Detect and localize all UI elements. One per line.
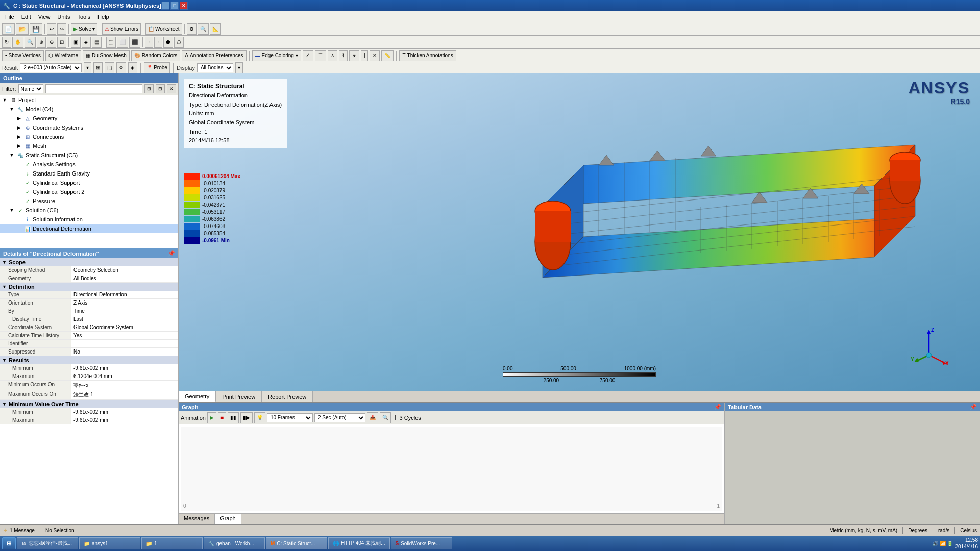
tree-item-std-earth-gravity[interactable]: ↓ Standard Earth Gravity	[0, 169, 178, 178]
details-definition-section[interactable]: ▼ Definition	[0, 283, 178, 291]
taskbar-item-folder1[interactable]: 📁 1	[141, 537, 203, 549]
frames-select[interactable]: 10 Frames	[267, 413, 313, 422]
taskbar-item-geban[interactable]: 🔧 geban - Workb...	[204, 537, 265, 549]
annotation-prefs-button[interactable]: A Annotation Preferences	[182, 50, 246, 61]
vertex-select[interactable]: ⬝	[145, 37, 153, 48]
sol-info-toggle[interactable]	[15, 216, 22, 223]
tree-item-dir-deformation[interactable]: 📊 Directional Deformation	[0, 224, 178, 233]
tree-item-mesh[interactable]: ▶ ▦ Mesh	[0, 141, 178, 151]
dir-def-toggle[interactable]	[15, 225, 22, 232]
cyl2-toggle[interactable]	[15, 188, 22, 195]
tree-item-project[interactable]: ▼ 🖥 Project	[0, 95, 178, 105]
geometry-toggle[interactable]: ▶	[15, 115, 22, 122]
fit-button[interactable]: ⊡	[57, 37, 66, 48]
edge-x[interactable]: ✕	[370, 50, 380, 61]
pan-button[interactable]: ✋	[12, 37, 23, 48]
result-dropdown-btn[interactable]: ▾	[84, 62, 91, 73]
filter-input[interactable]	[45, 84, 143, 93]
save-button[interactable]: 💾	[30, 23, 42, 35]
result-icon-btn2[interactable]: ⬚	[105, 62, 114, 73]
tree-item-geometry[interactable]: ▶ △ Geometry	[0, 114, 178, 123]
zoom-button[interactable]: 🔍	[24, 37, 36, 48]
tree-item-static-structural[interactable]: ▼ 🔩 Static Structural (C5)	[0, 151, 178, 160]
pressure-toggle[interactable]	[15, 197, 22, 205]
misc-button3[interactable]: 📐	[210, 23, 221, 35]
menu-help[interactable]: Help	[94, 13, 112, 21]
cyl-toggle[interactable]	[15, 179, 22, 186]
maximize-button[interactable]: □	[170, 2, 179, 10]
tree-item-solution[interactable]: ▼ ✓ Solution (C6)	[0, 206, 178, 215]
filter-collapse-btn[interactable]: ⊟	[156, 84, 165, 93]
coord-toggle[interactable]: ▶	[15, 124, 22, 131]
box-select[interactable]: ⬜	[117, 37, 128, 48]
show-vertices-button[interactable]: • Show Vertices	[2, 50, 44, 61]
view-back[interactable]: ▤	[92, 37, 102, 48]
tab-messages[interactable]: Messages	[179, 514, 215, 524]
zoom-in-button[interactable]: ⊕	[37, 37, 46, 48]
show-errors-button[interactable]: ⚠ Show Errors	[102, 23, 141, 35]
anim-light-btn[interactable]: 💡	[254, 412, 265, 423]
extend-select[interactable]: ⬛	[129, 37, 140, 48]
solve-dropdown[interactable]: ▾	[92, 26, 95, 32]
tree-item-solution-info[interactable]: ℹ Solution Information	[0, 215, 178, 224]
misc-button2[interactable]: 🔍	[198, 23, 209, 35]
tree-item-cyl-support2[interactable]: ✓ Cylindrical Support 2	[0, 187, 178, 196]
display-dropdown[interactable]: ▾	[235, 62, 243, 73]
zoom-out-button[interactable]: ⊖	[47, 37, 56, 48]
filter-expand-btn[interactable]: ⊞	[144, 84, 154, 93]
details-results-section[interactable]: ▼ Results	[0, 356, 178, 364]
edge-angle3[interactable]: ∧	[328, 50, 337, 61]
edge-angle4[interactable]: ⌇	[339, 50, 348, 61]
view-front[interactable]: ▣	[71, 37, 81, 48]
speed-select[interactable]: 2 Sec (Auto)	[314, 413, 365, 422]
edge-angle1[interactable]: ∠	[303, 50, 313, 61]
result-icon-btn1[interactable]: ⊞	[93, 62, 103, 73]
menu-units[interactable]: Units	[54, 13, 73, 21]
mesh-toggle[interactable]: ▶	[15, 142, 22, 149]
taskbar-item-solidworks[interactable]: S SolidWorks Pre...	[391, 537, 452, 549]
tab-graph[interactable]: Graph	[215, 514, 241, 524]
open-button[interactable]: 📂	[16, 23, 29, 35]
menu-edit[interactable]: Edit	[18, 13, 34, 21]
gravity-toggle[interactable]	[15, 170, 22, 177]
tab-report-preview[interactable]: Report Preview	[262, 391, 313, 402]
solve-button[interactable]: ▶ Solve ▾	[71, 23, 97, 35]
tree-item-cyl-support[interactable]: ✓ Cylindrical Support	[0, 178, 178, 187]
edge-select[interactable]: ⬞	[154, 37, 162, 48]
tree-item-analysis-settings[interactable]: ✓ Analysis Settings	[0, 160, 178, 169]
anim-zoom-btn[interactable]: 🔍	[380, 412, 391, 423]
taskbar-item-ansys1[interactable]: 📁 ansys1	[79, 537, 140, 549]
body-select[interactable]: ⬠	[174, 37, 184, 48]
static-toggle[interactable]: ▼	[8, 152, 15, 159]
probe-button[interactable]: 📍 Probe	[144, 62, 170, 73]
menu-tools[interactable]: Tools	[74, 13, 93, 21]
viewport-canvas[interactable]: C: Static Structural Directional Deforma…	[179, 73, 980, 391]
details-min-time-section[interactable]: ▼ Minimum Value Over Time	[0, 400, 178, 408]
result-icon-btn3[interactable]: ⚙	[116, 62, 126, 73]
edge-dropdown[interactable]: ▾	[296, 53, 298, 58]
redo-button[interactable]: ↪	[57, 23, 66, 35]
minimize-button[interactable]: ─	[161, 2, 169, 10]
graph-area[interactable]: 0 1	[181, 427, 722, 511]
tab-print-preview[interactable]: Print Preview	[216, 391, 262, 402]
model-toggle[interactable]: ▼	[8, 106, 15, 113]
edge-line[interactable]: |	[361, 50, 369, 61]
view-iso[interactable]: ◈	[82, 37, 91, 48]
taskbar-item-static[interactable]: M C: Static Struct...	[266, 537, 327, 549]
select-button[interactable]: ⬚	[106, 37, 116, 48]
menu-file[interactable]: File	[2, 13, 17, 21]
close-button[interactable]: ✕	[180, 2, 188, 10]
solution-toggle[interactable]: ▼	[8, 207, 15, 214]
project-toggle[interactable]: ▼	[1, 96, 8, 104]
random-colors-button[interactable]: 🎨 Random Colors	[131, 50, 180, 61]
face-select[interactable]: ⬟	[163, 37, 173, 48]
anim-play-btn[interactable]: ▶	[207, 412, 216, 423]
edge-angle2[interactable]: ⌒	[315, 50, 326, 61]
tree-item-coord-systems[interactable]: ▶ ⊕ Coordinate Systems	[0, 123, 178, 132]
worksheet-button[interactable]: 📋 Worksheet	[145, 23, 182, 35]
rotate-button[interactable]: ↻	[2, 37, 11, 48]
thicken-annotations-button[interactable]: T Thicken Annotations	[399, 50, 456, 61]
all-bodies-select[interactable]: All Bodies	[197, 63, 233, 72]
tree-item-pressure[interactable]: ✓ Pressure	[0, 196, 178, 206]
anim-stop-btn[interactable]: ■	[218, 412, 226, 423]
